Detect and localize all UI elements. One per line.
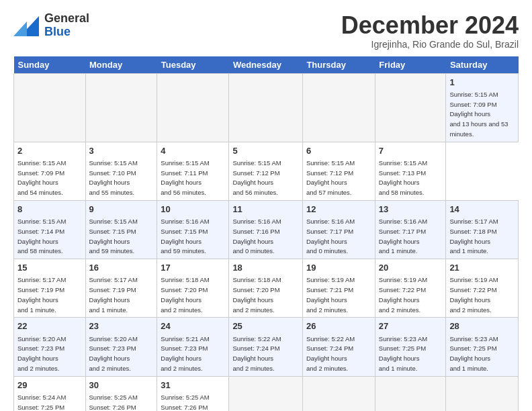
col-header-tuesday: Tuesday [157,56,229,74]
calendar-day-1: 1Sunrise: 5:15 AMSunset: 7:09 PMDaylight… [446,73,519,142]
empty-cell [302,73,375,142]
calendar-day-27: 27Sunrise: 5:23 AMSunset: 7:25 PMDayligh… [375,318,446,376]
calendar-day-4: 4Sunrise: 5:15 AMSunset: 7:11 PMDaylight… [157,142,229,200]
calendar-day-19: 19Sunrise: 5:19 AMSunset: 7:21 PMDayligh… [302,259,375,318]
header: General Blue December 2024 Igrejinha, Ri… [13,12,519,50]
empty-cell [229,73,303,142]
col-header-friday: Friday [375,56,446,74]
calendar-week-1: 1Sunrise: 5:15 AMSunset: 7:09 PMDaylight… [14,73,519,142]
calendar-day-11: 11Sunrise: 5:16 AMSunset: 7:16 PMDayligh… [229,200,303,259]
calendar-week-2: 2Sunrise: 5:15 AMSunset: 7:09 PMDaylight… [14,142,519,200]
page: General Blue December 2024 Igrejinha, Ri… [0,0,532,411]
calendar-day-26: 26Sunrise: 5:22 AMSunset: 7:24 PMDayligh… [302,318,375,376]
col-header-wednesday: Wednesday [229,56,303,74]
header-row: SundayMondayTuesdayWednesdayThursdayFrid… [14,56,519,74]
calendar-day-20: 20Sunrise: 5:19 AMSunset: 7:22 PMDayligh… [375,259,446,318]
calendar-day-12: 12Sunrise: 5:16 AMSunset: 7:17 PMDayligh… [302,200,375,259]
calendar-day-13: 13Sunrise: 5:16 AMSunset: 7:17 PMDayligh… [375,200,446,259]
empty-cell [375,376,446,411]
calendar-day-16: 16Sunrise: 5:17 AMSunset: 7:19 PMDayligh… [85,259,157,318]
calendar-day-10: 10Sunrise: 5:16 AMSunset: 7:15 PMDayligh… [157,200,229,259]
logo-general: General [44,12,89,26]
calendar-day-3: 3Sunrise: 5:15 AMSunset: 7:10 PMDaylight… [85,142,157,200]
calendar-day-29: 29Sunrise: 5:24 AMSunset: 7:25 PMDayligh… [14,376,86,411]
calendar-week-4: 15Sunrise: 5:17 AMSunset: 7:19 PMDayligh… [14,259,519,318]
calendar-day-21: 21Sunrise: 5:19 AMSunset: 7:22 PMDayligh… [446,259,519,318]
empty-cell [375,73,446,142]
empty-cell [302,376,375,411]
location: Igrejinha, Rio Grande do Sul, Brazil [341,39,519,50]
col-header-saturday: Saturday [446,56,519,74]
calendar-day-28: 28Sunrise: 5:23 AMSunset: 7:25 PMDayligh… [446,318,519,376]
col-header-thursday: Thursday [302,56,375,74]
empty-cell [14,73,86,142]
calendar-day-25: 25Sunrise: 5:22 AMSunset: 7:24 PMDayligh… [229,318,303,376]
col-header-sunday: Sunday [14,56,86,74]
calendar-day-22: 22Sunrise: 5:20 AMSunset: 7:23 PMDayligh… [14,318,86,376]
col-header-monday: Monday [85,56,157,74]
calendar-day-15: 15Sunrise: 5:17 AMSunset: 7:19 PMDayligh… [14,259,86,318]
calendar-day-2: 2Sunrise: 5:15 AMSunset: 7:09 PMDaylight… [14,142,86,200]
calendar-day-9: 9Sunrise: 5:15 AMSunset: 7:15 PMDaylight… [85,200,157,259]
logo-icon [13,15,39,36]
empty-cell [157,73,229,142]
calendar-day-24: 24Sunrise: 5:21 AMSunset: 7:23 PMDayligh… [157,318,229,376]
calendar-day-30: 30Sunrise: 5:25 AMSunset: 7:26 PMDayligh… [85,376,157,411]
calendar-day-18: 18Sunrise: 5:18 AMSunset: 7:20 PMDayligh… [229,259,303,318]
calendar-day-6: 6Sunrise: 5:15 AMSunset: 7:12 PMDaylight… [302,142,375,200]
calendar-week-5: 22Sunrise: 5:20 AMSunset: 7:23 PMDayligh… [14,318,519,376]
calendar-day-23: 23Sunrise: 5:20 AMSunset: 7:23 PMDayligh… [85,318,157,376]
calendar-table: SundayMondayTuesdayWednesdayThursdayFrid… [13,56,519,411]
calendar-day-7: 7Sunrise: 5:15 AMSunset: 7:13 PMDaylight… [375,142,446,200]
calendar-day-17: 17Sunrise: 5:18 AMSunset: 7:20 PMDayligh… [157,259,229,318]
calendar-day-31: 31Sunrise: 5:25 AMSunset: 7:26 PMDayligh… [157,376,229,411]
calendar-day-14: 14Sunrise: 5:17 AMSunset: 7:18 PMDayligh… [446,200,519,259]
calendar-week-3: 8Sunrise: 5:15 AMSunset: 7:14 PMDaylight… [14,200,519,259]
empty-cell [446,376,519,411]
empty-cell [85,73,157,142]
calendar-week-6: 29Sunrise: 5:24 AMSunset: 7:25 PMDayligh… [14,376,519,411]
empty-cell [229,376,303,411]
logo: General Blue [13,12,89,39]
svg-marker-1 [13,21,27,36]
logo-blue: Blue [44,26,89,39]
month-title: December 2024 [341,12,519,39]
right-header: December 2024 Igrejinha, Rio Grande do S… [341,12,519,50]
calendar-day-8: 8Sunrise: 5:15 AMSunset: 7:14 PMDaylight… [14,200,86,259]
calendar-day-5: 5Sunrise: 5:15 AMSunset: 7:12 PMDaylight… [229,142,303,200]
